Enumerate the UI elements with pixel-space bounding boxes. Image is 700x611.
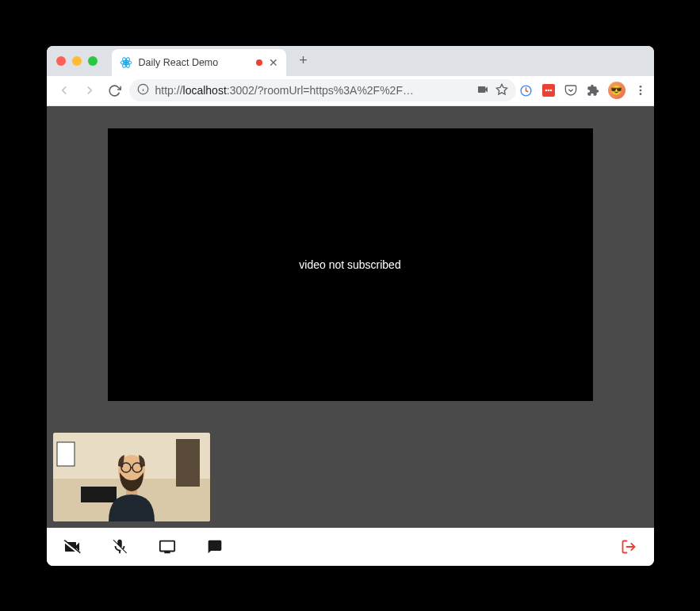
call-toolbar — [47, 528, 654, 566]
window-maximize-button[interactable] — [88, 56, 98, 66]
new-tab-button[interactable]: + — [293, 50, 315, 72]
chrome-menu-button[interactable] — [633, 83, 648, 97]
screenshare-button[interactable] — [158, 537, 177, 556]
svg-point-13 — [639, 86, 641, 88]
site-info-icon[interactable] — [137, 83, 149, 97]
reload-button[interactable] — [104, 79, 126, 101]
macos-window-controls — [56, 56, 98, 66]
svg-rect-20 — [81, 487, 117, 502]
extension-icons: 😎 — [519, 82, 648, 99]
local-video-tile[interactable] — [53, 433, 210, 521]
svg-point-0 — [124, 61, 128, 64]
window-minimize-button[interactable] — [72, 56, 82, 66]
svg-rect-19 — [176, 439, 200, 487]
url-input[interactable]: http://localhost:3002/?roomUrl=https%3A%… — [129, 79, 516, 101]
bookmark-star-icon[interactable] — [495, 83, 508, 98]
mic-toggle-button[interactable] — [110, 537, 129, 556]
app-content: video not subscribed — [47, 106, 654, 528]
camera-toggle-button[interactable] — [63, 537, 82, 556]
tab-close-button[interactable]: ✕ — [269, 56, 278, 69]
video-placeholder-text: video not subscribed — [299, 258, 400, 271]
url-host: localhost — [183, 84, 227, 97]
tab-bar: Daily React Demo ✕ + — [47, 46, 654, 76]
extension-icon-2[interactable] — [541, 83, 556, 97]
svg-point-14 — [639, 90, 641, 92]
forward-button[interactable] — [78, 79, 101, 101]
svg-point-11 — [547, 90, 549, 92]
svg-marker-7 — [496, 84, 507, 94]
pocket-icon[interactable] — [564, 83, 578, 97]
window-close-button[interactable] — [56, 56, 66, 66]
svg-point-10 — [545, 90, 547, 92]
tab-favicon — [120, 56, 132, 69]
url-path: :3002/?roomUrl=https%3A%2F%2F… — [227, 84, 414, 97]
back-button[interactable] — [53, 79, 75, 101]
browser-tab[interactable]: Daily React Demo ✕ — [112, 49, 286, 76]
url-text: http://localhost:3002/?roomUrl=https%3A%… — [155, 84, 470, 97]
chat-button[interactable] — [205, 537, 224, 556]
extensions-puzzle-icon[interactable] — [586, 83, 600, 97]
browser-window: Daily React Demo ✕ + http://localhost:30… — [47, 46, 654, 566]
camera-permission-icon[interactable] — [476, 83, 489, 98]
leave-button[interactable] — [619, 537, 638, 556]
extension-icon-1[interactable] — [519, 83, 534, 97]
svg-point-15 — [639, 93, 641, 95]
address-bar: http://localhost:3002/?roomUrl=https%3A%… — [47, 76, 654, 106]
svg-rect-18 — [57, 442, 75, 466]
remote-video-tile: video not subscribed — [108, 128, 593, 401]
tab-title: Daily React Demo — [139, 57, 250, 68]
profile-avatar[interactable]: 😎 — [608, 82, 625, 99]
svg-point-12 — [549, 90, 552, 92]
recording-indicator-icon — [256, 59, 262, 66]
url-protocol: http:// — [155, 84, 183, 97]
